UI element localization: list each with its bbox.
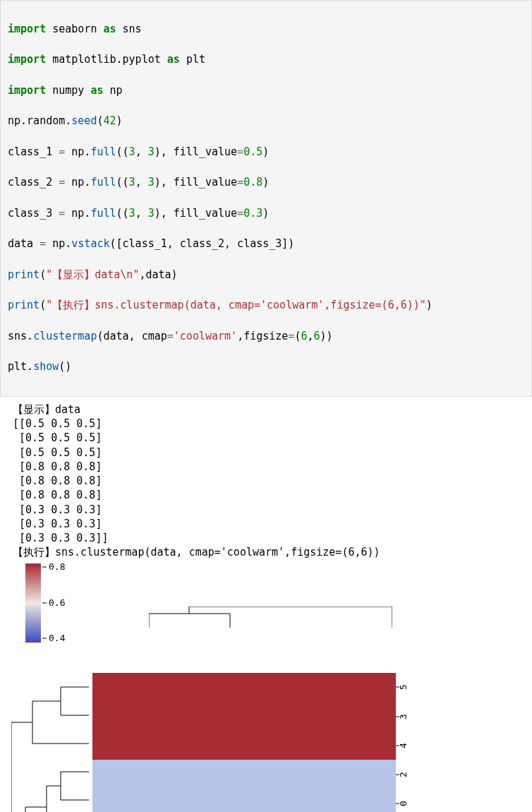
clustermap-figure: 0.8 0.6 0.4 5 3 4 2 0 1 8 6 7 2 0 1 CSDN… xyxy=(4,560,519,813)
code-line: sns.clustermap(data, cmap='coolwarm',fig… xyxy=(8,329,524,345)
colorbar: 0.8 0.6 0.4 xyxy=(25,563,82,643)
heatmap xyxy=(92,673,396,813)
heatmap-row xyxy=(92,702,396,731)
heatmap-row xyxy=(92,673,396,702)
y-tick: 5 xyxy=(398,684,409,690)
code-line: np.random.seed(42) xyxy=(8,114,524,129)
colorbar-tick: 0.4 xyxy=(42,632,65,643)
code-line: import matplotlib.pyplot as plt xyxy=(8,52,524,68)
code-line: class_2 = np.full((3, 3), fill_value=0.8… xyxy=(8,175,524,191)
code-line: plt.show() xyxy=(8,359,524,375)
code-line: print("【执行】sns.clustermap(data, cmap='co… xyxy=(8,298,524,314)
code-line: print("【显示】data\n",data) xyxy=(8,268,524,283)
y-tick: 3 xyxy=(398,714,409,720)
colorbar-tick: 0.6 xyxy=(42,597,65,607)
code-line: class_3 = np.full((3, 3), fill_value=0.3… xyxy=(8,206,524,222)
colorbar-gradient xyxy=(25,563,41,643)
code-line: import numpy as np xyxy=(8,83,524,99)
code-cell: import seaborn as sns import matplotlib.… xyxy=(0,0,532,397)
code-line: data = np.vstack([class_1, class_2, clas… xyxy=(8,237,524,252)
heatmap-row xyxy=(92,731,396,760)
heatmap-row xyxy=(92,760,396,789)
stdout-output: 【显示】data [[0.5 0.5 0.5] [0.5 0.5 0.5] [0… xyxy=(0,397,532,560)
y-tick: 2 xyxy=(398,772,409,777)
colorbar-tick: 0.8 xyxy=(42,561,65,571)
row-dendrogram xyxy=(11,673,89,813)
column-dendrogram xyxy=(149,607,392,628)
code-line: import seaborn as sns xyxy=(8,22,524,37)
heatmap-row xyxy=(92,789,396,812)
y-tick: 0 xyxy=(398,801,409,806)
y-tick: 4 xyxy=(398,743,409,748)
code-line: class_1 = np.full((3, 3), fill_value=0.5… xyxy=(8,145,524,160)
